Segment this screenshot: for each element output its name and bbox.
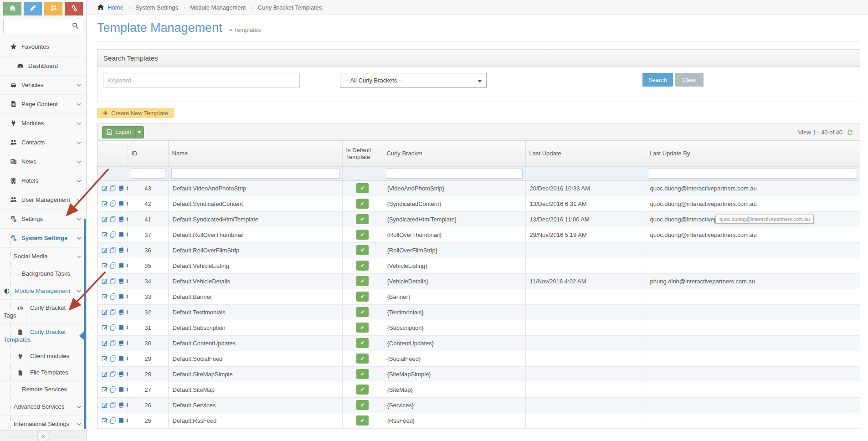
export-caret[interactable] bbox=[135, 127, 144, 138]
copy-icon[interactable] bbox=[110, 247, 116, 253]
keyword-input[interactable] bbox=[103, 73, 300, 87]
copy-icon[interactable] bbox=[110, 262, 116, 269]
sidebar-item[interactable]: DashBoard bbox=[0, 56, 86, 75]
is-default-check[interactable]: ✔ bbox=[356, 230, 369, 240]
edit-icon[interactable] bbox=[102, 371, 108, 377]
is-default-check[interactable]: ✔ bbox=[356, 261, 369, 271]
book-icon[interactable] bbox=[118, 200, 124, 207]
edit-icon[interactable] bbox=[102, 262, 108, 269]
book-icon[interactable] bbox=[118, 324, 124, 331]
is-default-check[interactable]: ✔ bbox=[356, 199, 369, 209]
edit-icon[interactable] bbox=[102, 185, 108, 191]
edit-icon[interactable] bbox=[102, 355, 108, 362]
export-button[interactable]: Export bbox=[102, 126, 144, 138]
edit-icon[interactable] bbox=[102, 216, 108, 222]
book-icon[interactable] bbox=[118, 216, 124, 222]
last-update-by-filter-input[interactable] bbox=[649, 169, 858, 179]
column-header[interactable]: Name bbox=[168, 141, 342, 166]
sidebar-item[interactable]: Vehicles bbox=[0, 75, 86, 94]
edit-icon[interactable] bbox=[102, 402, 108, 408]
edit-icon[interactable] bbox=[102, 200, 108, 207]
copy-icon[interactable] bbox=[110, 216, 116, 222]
edit-icon[interactable] bbox=[102, 386, 108, 393]
sidebar-item[interactable]: Advanced Services bbox=[0, 398, 86, 415]
breadcrumb-item[interactable]: System Settings bbox=[123, 4, 178, 11]
quick-button[interactable] bbox=[65, 2, 83, 15]
sidebar-item[interactable]: Hotels bbox=[0, 171, 86, 190]
sidebar-item[interactable]: Background Tasks bbox=[0, 265, 86, 282]
book-icon[interactable] bbox=[118, 386, 124, 393]
sidebar-item[interactable]: Favourites bbox=[0, 37, 86, 56]
edit-icon[interactable] bbox=[102, 417, 108, 424]
sidebar-item[interactable]: Curly Bracket Tags bbox=[0, 299, 86, 323]
copy-icon[interactable] bbox=[110, 417, 116, 424]
is-default-check[interactable]: ✔ bbox=[356, 245, 369, 255]
copy-icon[interactable] bbox=[110, 340, 116, 346]
search-button[interactable]: Search bbox=[642, 73, 673, 87]
edit-icon[interactable] bbox=[102, 293, 108, 300]
sidebar-item[interactable]: File Templates bbox=[0, 364, 86, 380]
column-header[interactable]: Last Update By bbox=[646, 141, 860, 166]
edit-icon[interactable] bbox=[102, 309, 108, 315]
sidebar-item[interactable]: Contacts bbox=[0, 133, 86, 152]
edit-icon[interactable] bbox=[102, 247, 108, 253]
is-default-check[interactable]: ✔ bbox=[356, 307, 369, 317]
column-header[interactable]: ID bbox=[128, 141, 168, 166]
id-filter-input[interactable] bbox=[131, 169, 165, 179]
is-default-check[interactable]: ✔ bbox=[356, 323, 369, 333]
book-icon[interactable] bbox=[118, 355, 124, 362]
curly-bracket-filter-input[interactable] bbox=[386, 169, 523, 179]
book-icon[interactable] bbox=[118, 247, 124, 253]
name-filter-input[interactable] bbox=[171, 169, 339, 179]
book-icon[interactable] bbox=[118, 340, 124, 346]
quick-button[interactable] bbox=[24, 2, 42, 15]
breadcrumb-item[interactable]: Home bbox=[108, 4, 123, 11]
sidebar-item[interactable]: Remote Services bbox=[0, 380, 86, 398]
copy-icon[interactable] bbox=[110, 402, 116, 408]
sidebar-search-input[interactable] bbox=[3, 19, 83, 33]
is-default-check[interactable]: ✔ bbox=[356, 415, 369, 426]
sidebar-item[interactable]: Module Management bbox=[0, 282, 86, 299]
book-icon[interactable] bbox=[118, 402, 124, 408]
edit-icon[interactable] bbox=[102, 278, 108, 284]
quick-button[interactable] bbox=[3, 2, 21, 15]
book-icon[interactable] bbox=[118, 371, 124, 377]
copy-icon[interactable] bbox=[110, 386, 116, 393]
is-default-check[interactable]: ✔ bbox=[356, 338, 369, 348]
is-default-check[interactable]: ✔ bbox=[356, 276, 369, 286]
sidebar-item[interactable]: News bbox=[0, 152, 86, 171]
is-default-check[interactable]: ✔ bbox=[356, 385, 369, 395]
copy-icon[interactable] bbox=[110, 355, 116, 362]
quick-button[interactable] bbox=[44, 2, 62, 15]
book-icon[interactable] bbox=[118, 231, 124, 238]
sidebar-item[interactable]: Settings bbox=[0, 209, 86, 228]
is-default-check[interactable]: ✔ bbox=[356, 183, 369, 193]
breadcrumb-item[interactable]: Curly Bracket Templates bbox=[246, 4, 322, 11]
book-icon[interactable] bbox=[118, 293, 124, 300]
book-icon[interactable] bbox=[118, 417, 124, 424]
copy-icon[interactable] bbox=[110, 278, 116, 284]
is-default-check[interactable]: ✔ bbox=[356, 214, 369, 224]
create-new-template-button[interactable]: Create New Template bbox=[97, 108, 174, 118]
column-header[interactable] bbox=[98, 141, 128, 166]
refresh-icon[interactable] bbox=[847, 129, 853, 136]
breadcrumb-item[interactable]: Module Management bbox=[178, 4, 246, 11]
book-icon[interactable] bbox=[118, 278, 124, 284]
sidebar-item[interactable]: Page Content bbox=[0, 94, 86, 113]
column-header[interactable]: Is Default Template bbox=[342, 141, 383, 166]
edit-icon[interactable] bbox=[102, 340, 108, 346]
sidebar-item[interactable]: Modules bbox=[0, 113, 86, 133]
sidebar-item[interactable]: Curly Bracket Templates bbox=[0, 323, 86, 348]
book-icon[interactable] bbox=[118, 309, 124, 315]
edit-icon[interactable] bbox=[102, 231, 108, 238]
copy-icon[interactable] bbox=[110, 293, 116, 300]
sidebar-item[interactable]: Social Media bbox=[0, 247, 86, 265]
sidebar-item[interactable]: User Management bbox=[0, 190, 86, 209]
sidebar-collapse-button[interactable]: « bbox=[0, 430, 86, 441]
column-header[interactable]: Curly Bracket bbox=[383, 141, 525, 166]
copy-icon[interactable] bbox=[110, 309, 116, 315]
is-default-check[interactable]: ✔ bbox=[356, 369, 369, 379]
sidebar-item[interactable]: System Settings bbox=[0, 228, 86, 247]
is-default-check[interactable]: ✔ bbox=[356, 292, 369, 302]
copy-icon[interactable] bbox=[110, 200, 116, 207]
